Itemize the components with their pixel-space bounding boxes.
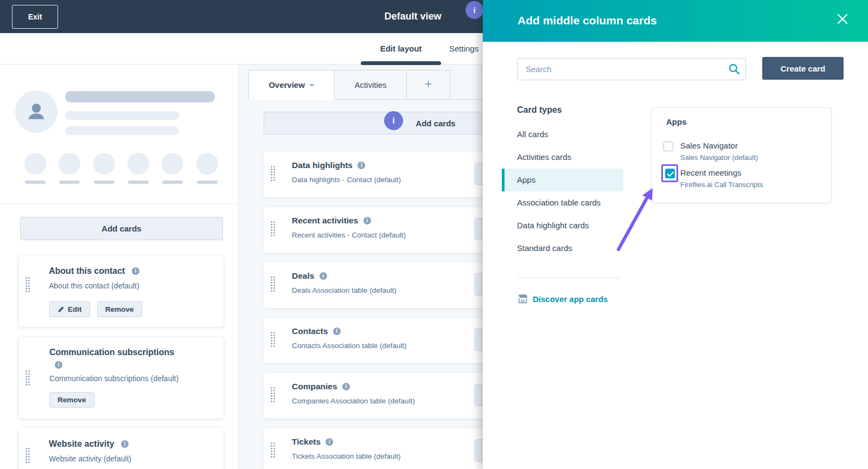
- drag-handle-icon[interactable]: [270, 221, 276, 237]
- info-icon: [342, 383, 350, 390]
- info-icon: [326, 438, 333, 446]
- skeleton-action-circle: [93, 153, 115, 175]
- tab-edit-layout[interactable]: Edit layout: [361, 33, 441, 65]
- card-title: Companies: [292, 382, 337, 391]
- drag-handle-icon[interactable]: [270, 442, 276, 458]
- discover-app-cards-label: Discover app cards: [533, 294, 608, 304]
- left-add-cards-button[interactable]: Add cards: [20, 217, 223, 240]
- app-item-label[interactable]: Recent meetings: [680, 168, 742, 177]
- skeleton-label-bar: [128, 181, 149, 184]
- card-title: Communication subscriptions: [49, 348, 174, 357]
- card-subtitle: Data highlights - Contact (default): [292, 176, 401, 184]
- app-item-label[interactable]: Sales Navigator: [680, 141, 738, 150]
- apps-panel: Apps Sales Navigator Sales Navigator (de…: [651, 107, 832, 203]
- card-title: Recent activities: [292, 216, 358, 225]
- add-tab-button[interactable]: +: [406, 70, 450, 100]
- card-types-heading: Card types: [517, 105, 562, 115]
- checkbox-recent-meetings[interactable]: [665, 169, 675, 178]
- info-badge-icon[interactable]: i: [384, 111, 403, 130]
- close-icon[interactable]: [837, 13, 848, 25]
- left-card-about-this-contact: About this contact About this contact (d…: [19, 256, 224, 327]
- info-icon: [358, 162, 365, 169]
- info-icon: [363, 217, 371, 224]
- remove-button[interactable]: Remove: [97, 301, 142, 317]
- drawer-title: Add middle column cards: [518, 14, 657, 27]
- card-title: Tickets: [292, 437, 321, 446]
- tab-activities[interactable]: Activities: [334, 70, 407, 100]
- checkbox-sales-navigator[interactable]: [663, 142, 673, 151]
- drag-handle-icon[interactable]: [270, 276, 276, 292]
- edit-button[interactable]: Edit: [49, 301, 90, 317]
- tab-overview[interactable]: Overview: [248, 70, 335, 100]
- card-title: Data highlights: [292, 160, 353, 170]
- divider: [517, 278, 620, 278]
- skeleton-bar: [65, 126, 179, 135]
- remove-button[interactable]: Remove: [49, 392, 94, 408]
- skeleton-action-circle: [162, 153, 183, 175]
- app-item-subtitle: Sales Navigator (default): [680, 153, 758, 162]
- chevron-down-icon: [309, 84, 315, 87]
- card-type-apps[interactable]: Apps: [502, 169, 623, 191]
- active-tab-underline: [361, 61, 441, 65]
- card-subtitle: Recent activities - Contact (default): [292, 231, 406, 239]
- skeleton-action-circle: [24, 153, 46, 175]
- card-type-activities-cards[interactable]: Activities cards: [502, 146, 623, 169]
- drag-handle-icon[interactable]: [25, 447, 30, 464]
- left-card-website-activity: Website activity Website activity (defau…: [19, 428, 224, 469]
- card-type-all-cards[interactable]: All cards: [502, 123, 623, 146]
- card-subtitle: Contacts Association table (default): [292, 342, 407, 350]
- info-badge-icon[interactable]: i: [465, 1, 483, 19]
- card-title: Deals: [292, 271, 314, 280]
- card-type-standard-cards[interactable]: Standard cards: [502, 237, 623, 260]
- avatar: [15, 91, 58, 133]
- skeleton-action-circle: [127, 153, 149, 175]
- card-title: Contacts: [292, 326, 328, 336]
- card-type-data-highlight-cards[interactable]: Data highlight cards: [502, 214, 623, 237]
- skeleton-label-bar: [59, 181, 80, 184]
- skeleton-action-circle: [196, 153, 218, 175]
- info-icon: [320, 272, 327, 280]
- search-input[interactable]: [517, 58, 746, 80]
- skeleton-bar: [65, 91, 215, 102]
- drag-handle-icon[interactable]: [270, 331, 276, 348]
- info-icon: [55, 361, 62, 369]
- card-type-association-table-cards[interactable]: Association table cards: [502, 191, 623, 214]
- card-subtitle: About this contact (default): [49, 281, 139, 290]
- person-icon: [24, 100, 48, 124]
- info-icon: [132, 267, 139, 275]
- tab-settings[interactable]: Settings: [449, 33, 478, 65]
- left-column: Add cards About this contact About this …: [0, 65, 239, 469]
- card-subtitle: Companies Association table (default): [292, 397, 415, 405]
- divider: [0, 203, 239, 204]
- skeleton-bar: [65, 111, 179, 120]
- skeleton-label-bar: [197, 181, 218, 184]
- skeleton-label-bar: [162, 181, 183, 184]
- tab-label: Overview: [269, 80, 305, 89]
- skeleton-label-bar: [25, 181, 46, 184]
- card-title: Website activity: [49, 439, 114, 448]
- drag-handle-icon[interactable]: [270, 387, 276, 403]
- card-subtitle: Deals Association table (default): [292, 286, 397, 294]
- card-subtitle: Tickets Association table (default): [292, 452, 401, 460]
- card-title: About this contact: [49, 266, 125, 275]
- skeleton-action-circle: [59, 153, 80, 175]
- drag-handle-icon[interactable]: [25, 277, 30, 293]
- skeleton-label-bar: [94, 181, 114, 184]
- create-card-button[interactable]: Create card: [762, 57, 844, 80]
- info-icon: [121, 440, 129, 448]
- drag-handle-icon[interactable]: [270, 165, 276, 182]
- apps-panel-heading: Apps: [666, 117, 687, 126]
- marketplace-icon: [518, 294, 528, 304]
- left-card-communication-subscriptions: Communication subscriptions Communicatio…: [19, 337, 224, 419]
- add-middle-column-cards-drawer: Add middle column cards Create card Card…: [483, 0, 868, 469]
- drag-handle-icon[interactable]: [25, 370, 30, 386]
- checkmark-icon: [666, 169, 675, 179]
- discover-app-cards-link[interactable]: Discover app cards: [518, 294, 608, 304]
- pencil-icon: [58, 306, 65, 313]
- card-subtitle: Website activity (default): [49, 454, 131, 463]
- card-subtitle: Communication subscriptions (default): [49, 374, 178, 383]
- app-item-subtitle: Fireflies.ai Call Transcripts: [680, 181, 763, 189]
- drawer-header: Add middle column cards: [483, 0, 868, 42]
- info-icon: [333, 327, 341, 335]
- search-icon[interactable]: [729, 63, 740, 75]
